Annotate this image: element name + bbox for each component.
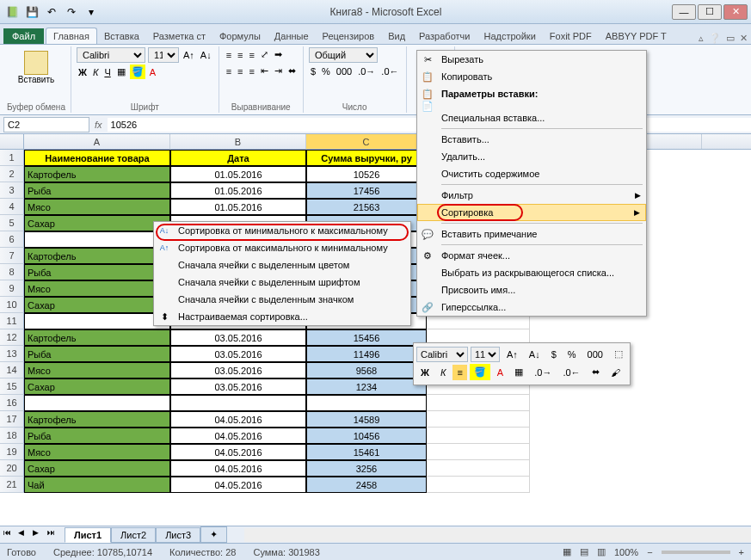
sheet-tab-3[interactable]: Лист3 — [156, 527, 200, 543]
review-tab[interactable]: Рецензиров — [316, 28, 382, 44]
indent-increase-icon[interactable]: ⇥ — [273, 64, 284, 78]
row-header[interactable]: 1 — [0, 150, 24, 166]
cell-date[interactable]: 04.05.2016 — [170, 411, 306, 428]
row-header[interactable]: 12 — [0, 329, 24, 346]
save-icon[interactable]: 💾 — [23, 3, 40, 21]
sheet-tab-1[interactable]: Лист1 — [65, 527, 111, 543]
shrink-font-icon[interactable]: A↓ — [199, 48, 213, 62]
mini-border-icon[interactable]: ▦ — [510, 364, 527, 380]
cell-date[interactable]: 03.05.2016 — [170, 378, 306, 395]
paste-icon-option[interactable]: 📄 — [417, 102, 646, 109]
cell-sum[interactable]: 10526 — [306, 166, 427, 182]
minimize-button[interactable]: — — [672, 4, 696, 20]
mini-size-select[interactable]: 11 — [471, 347, 500, 362]
mini-center-icon[interactable]: ≡ — [452, 365, 466, 380]
cell-sum[interactable] — [306, 395, 427, 411]
row-header[interactable]: 11 — [0, 313, 24, 329]
row-header[interactable]: 7 — [0, 248, 24, 264]
row-header[interactable]: 6 — [0, 231, 24, 248]
clear-item[interactable]: Очистить содержимое — [417, 165, 646, 182]
cell-date[interactable]: 01.05.2016 — [170, 166, 306, 182]
cell-name[interactable] — [24, 231, 170, 248]
cell-sum[interactable]: 21563 — [306, 199, 427, 215]
cell-sum[interactable]: 3256 — [306, 460, 427, 477]
row-header[interactable]: 19 — [0, 444, 24, 460]
mini-fill-icon[interactable]: 🪣 — [470, 364, 490, 380]
merge-icon[interactable]: ⬌ — [286, 64, 298, 78]
header-cell[interactable]: Дата — [170, 150, 306, 166]
orientation-icon[interactable]: ⤢ — [259, 47, 270, 62]
align-center-icon[interactable]: ≡ — [236, 65, 244, 78]
cell[interactable] — [427, 395, 530, 411]
hyperlink-item[interactable]: 🔗 Гиперссылка... — [417, 298, 646, 316]
sort-by-icon-item[interactable]: Сначала ячейки с выделенным значком — [154, 291, 410, 308]
cell-date[interactable]: 01.05.2016 — [170, 182, 306, 199]
cell-name[interactable]: Рыба — [24, 264, 170, 280]
mini-currency-icon[interactable]: $ — [547, 347, 561, 362]
cell-sum[interactable]: 15456 — [306, 329, 427, 346]
sort-desc-item[interactable]: A↑ Сортировка от максимального к минимал… — [154, 239, 410, 256]
sheet-prev-icon[interactable]: ◀ — [18, 528, 32, 542]
new-sheet-button[interactable]: ✦ — [200, 526, 227, 543]
sheet-last-icon[interactable]: ⏭ — [47, 528, 61, 542]
row-header[interactable]: 15 — [0, 378, 24, 395]
align-right-icon[interactable]: ≡ — [247, 65, 255, 78]
mini-percent-icon[interactable]: % — [563, 347, 581, 362]
col-header-C[interactable]: C — [306, 134, 427, 149]
cut-item[interactable]: ✂ Вырезать — [417, 51, 646, 68]
cell-sum[interactable]: 10456 — [306, 428, 427, 444]
row-header[interactable]: 2 — [0, 166, 24, 182]
align-middle-icon[interactable]: ≡ — [236, 48, 244, 62]
row-header[interactable]: 8 — [0, 264, 24, 280]
undo-icon[interactable]: ↶ — [43, 3, 60, 21]
redo-icon[interactable]: ↷ — [63, 3, 80, 21]
delete-item[interactable]: Удалить... — [417, 148, 646, 165]
mini-comma-icon[interactable]: 000 — [583, 347, 607, 362]
insert-tab[interactable]: Вставка — [97, 28, 146, 44]
cell-name[interactable]: Картофель — [24, 248, 170, 264]
insert-item[interactable]: Вставить... — [417, 131, 646, 148]
mini-bold-button[interactable]: Ж — [416, 365, 434, 380]
name-box[interactable] — [3, 117, 89, 132]
formulas-tab[interactable]: Формулы — [212, 28, 268, 44]
cell-sum[interactable]: 2458 — [306, 477, 427, 493]
wrap-text-icon[interactable]: ➡ — [273, 47, 284, 62]
cell-sum[interactable]: 14589 — [306, 411, 427, 428]
cell-sum[interactable]: 9568 — [306, 362, 427, 378]
sort-by-color-item[interactable]: Сначала ячейки с выделенным цветом — [154, 256, 410, 274]
align-top-icon[interactable]: ≡ — [225, 48, 233, 62]
paste-options-item[interactable]: 📋 Параметры вставки: — [417, 85, 646, 102]
col-header-B[interactable]: B — [170, 134, 306, 149]
header-cell[interactable]: Наименование товара — [24, 150, 170, 166]
row-header[interactable]: 3 — [0, 182, 24, 199]
format-cells-item[interactable]: ⚙ Формат ячеек... — [417, 247, 646, 264]
zoom-level[interactable]: 100% — [614, 547, 638, 557]
close-button[interactable]: ✕ — [723, 4, 748, 20]
cell[interactable] — [427, 460, 530, 477]
currency-icon[interactable]: $ — [309, 65, 317, 78]
cell-name[interactable]: Мясо — [24, 444, 170, 460]
cell-name[interactable]: Чай — [24, 477, 170, 493]
data-tab[interactable]: Данные — [268, 28, 316, 44]
mini-merge-icon[interactable]: ⬌ — [588, 364, 604, 380]
zoom-slider[interactable] — [662, 551, 730, 554]
grow-font-icon[interactable]: A↑ — [182, 48, 196, 62]
insert-comment-item[interactable]: 💬 Вставить примечание — [417, 225, 646, 243]
copy-item[interactable]: 📋 Копировать — [417, 68, 646, 85]
cell[interactable] — [427, 428, 530, 444]
cell-date[interactable]: 03.05.2016 — [170, 346, 306, 362]
help-icon[interactable]: ❔ — [709, 33, 721, 44]
row-header[interactable]: 13 — [0, 346, 24, 362]
mini-format-icon[interactable]: ⬚ — [610, 346, 627, 362]
header-cell[interactable]: Сумма выручки, ру — [306, 150, 427, 166]
view-tab[interactable]: Вид — [381, 28, 412, 44]
cell-name[interactable]: Мясо — [24, 280, 170, 297]
zoom-out-button[interactable]: − — [647, 547, 652, 557]
cell[interactable] — [427, 444, 530, 460]
row-header[interactable]: 16 — [0, 395, 24, 411]
sort-item[interactable]: Сортировка▶ — [417, 204, 646, 221]
row-header[interactable]: 10 — [0, 297, 24, 313]
cell-date[interactable] — [170, 395, 306, 411]
horizontal-scrollbar[interactable] — [244, 528, 751, 542]
cell-name[interactable]: Рыба — [24, 182, 170, 199]
